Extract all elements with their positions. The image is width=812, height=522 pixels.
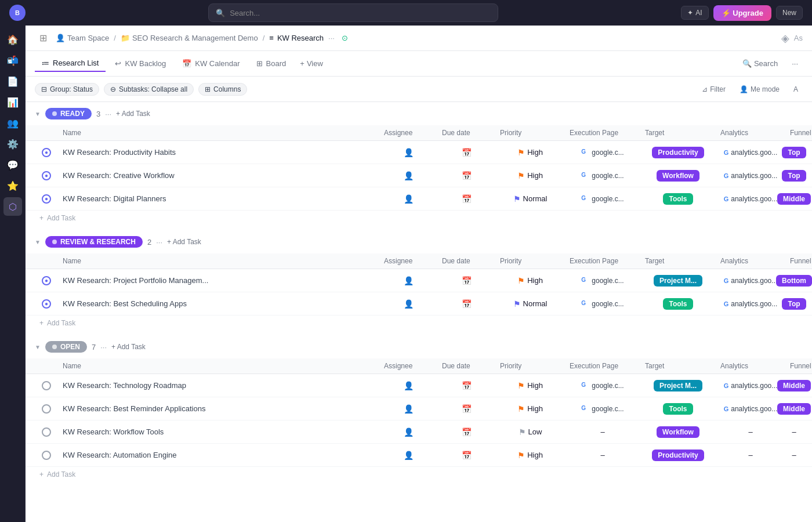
ai-button[interactable]: ✦ AI [681,6,708,20]
execution-page-cell[interactable]: – [565,448,640,462]
task-status-circle[interactable]: ● [42,171,51,180]
task-name-text[interactable]: KW Research: Creative Workflow [63,171,175,180]
task-name-text[interactable]: KW Research: Automation Engine [63,451,177,459]
due-date-cell[interactable]: 📅 [437,146,495,160]
assignee-icon[interactable]: 👤 [404,171,414,180]
global-search-bar[interactable]: 🔍 Search... [208,3,498,22]
add-view-button[interactable]: + + View View [300,59,323,68]
task-name-cell[interactable]: KW Research: Project Portfolio Managem..… [58,271,379,289]
assignee-icon[interactable]: 👤 [404,299,414,309]
task-name-text[interactable]: KW Research: Workflow Tools [63,427,164,436]
group-chevron-review[interactable]: ▼ [35,239,41,245]
analytics-col-cell[interactable]: Ganalytics.goo... [716,193,785,205]
analytics-col-cell[interactable]: Ganalytics.goo... [716,146,785,159]
task-name-text[interactable]: KW Research: Digital Planners [63,194,166,203]
analytics-col-cell[interactable]: – [716,425,785,438]
assignee-cell[interactable]: 👤 [379,297,437,311]
group-more-review[interactable]: ··· [156,238,162,246]
execution-page-cell[interactable]: Ggoogle.c... [565,193,640,205]
analytics-col-cell[interactable]: Ganalytics.goo... [716,379,785,392]
assignee-cell[interactable]: 👤 [379,402,437,416]
breadcrumb-more-button[interactable]: ··· [328,34,335,42]
priority-cell[interactable]: ⚑ Low [495,425,565,439]
task-name-text[interactable]: KW Research: Productivity Habits [63,148,176,157]
assignee-cell[interactable]: 👤 [379,169,437,183]
due-date-cell[interactable]: 📅 [437,425,495,439]
analytics-col-cell[interactable]: Ganalytics.goo... [716,274,785,287]
sidebar-item-favorites[interactable]: ⭐ [3,176,22,195]
due-date-cell[interactable]: 📅 [437,274,495,288]
assignee-icon[interactable]: 👤 [404,381,414,390]
assignee-icon[interactable]: 👤 [404,451,414,460]
execution-page-cell[interactable]: – [565,425,640,438]
task-name-cell[interactable]: KW Research: Workflow Tools [58,423,379,441]
tab-kw-calendar[interactable]: 📅 KW Calendar [175,56,246,71]
due-date-icon[interactable]: 📅 [462,171,472,180]
task-status-circle[interactable] [42,404,51,414]
task-name-cell[interactable]: KW Research: Creative Workflow [58,166,379,184]
due-date-icon[interactable]: 📅 [462,299,472,309]
analytics-col-cell[interactable]: Ganalytics.goo... [716,298,785,310]
task-name-text[interactable]: KW Research: Technology Roadmap [63,381,186,390]
execution-page-cell[interactable]: Ggoogle.c... [565,169,640,182]
filter-button[interactable]: ⊿ Filter [697,83,730,96]
task-status-circle[interactable]: ● [42,148,51,157]
assignee-icon[interactable]: 👤 [404,404,414,414]
task-name-cell[interactable]: KW Research: Digital Planners [58,190,379,208]
group-status-filter[interactable]: ⊟ Group: Status [35,83,99,96]
task-status-circle[interactable] [42,451,51,460]
due-date-cell[interactable]: 📅 [437,297,495,311]
execution-page-cell[interactable]: Ggoogle.c... [565,274,640,287]
group-header-open[interactable]: ▼ OPEN 7 ··· + Add Task [26,335,812,358]
due-date-icon[interactable]: 📅 [462,148,472,157]
task-name-text[interactable]: KW Research: Best Reminder Applications [63,404,205,413]
breadcrumb-workspace[interactable]: 👤 Team Space [56,34,109,42]
group-header-ready[interactable]: ▼ READY 3 ··· + Add Task [26,102,812,125]
analytics-col-cell[interactable]: Ganalytics.goo... [716,169,785,182]
group-header-review[interactable]: ▼ REVIEW & RESEARCH 2 ··· + Add Task [26,230,812,253]
sidebar-item-integrations[interactable]: ⚙️ [3,135,22,153]
task-name-cell[interactable]: KW Research: Automation Engine [58,446,379,464]
workspace-avatar[interactable]: B [9,5,26,21]
analytics-col-cell[interactable]: – [716,448,785,462]
sidebar-item-chat[interactable]: 💬 [3,155,22,174]
sidebar-item-home[interactable]: 🏠 [3,30,22,49]
add-task-row-review[interactable]: + Add Task [26,316,812,331]
execution-page-cell[interactable]: Ggoogle.c... [565,403,640,415]
priority-cell[interactable]: ⚑ High [495,274,565,288]
due-date-cell[interactable]: 📅 [437,379,495,393]
task-name-cell[interactable]: KW Research: Technology Roadmap [58,376,379,394]
priority-cell[interactable]: ⚑ Normal [495,297,565,311]
due-date-icon[interactable]: 📅 [462,404,472,414]
task-name-text[interactable]: KW Research: Best Scheduling Apps [63,299,187,308]
sidebar-item-apps[interactable]: ⬡ [3,197,22,216]
priority-cell[interactable]: ⚑ High [495,379,565,393]
due-date-cell[interactable]: 📅 [437,192,495,206]
task-status-circle[interactable]: ● [42,194,51,204]
task-name-cell[interactable]: KW Research: Best Reminder Applications [58,400,379,418]
due-date-icon[interactable]: 📅 [462,276,472,285]
group-more-open[interactable]: ··· [100,343,107,351]
group-chevron-ready[interactable]: ▼ [35,111,41,117]
tab-more-button[interactable]: ··· [787,57,803,70]
task-status-circle[interactable]: ● [42,276,51,285]
tab-kw-backlog[interactable]: ↩ KW Backlog [108,56,173,71]
group-add-task-open[interactable]: + Add Task [111,343,146,351]
sidebar-item-dashboard[interactable]: 📊 [3,93,22,111]
group-add-task-ready[interactable]: + Add Task [116,110,150,118]
priority-cell[interactable]: ⚑ High [495,169,565,183]
assignee-icon[interactable]: 👤 [404,427,414,437]
due-date-icon[interactable]: 📅 [462,381,472,390]
task-name-cell[interactable]: KW Research: Productivity Habits [58,143,379,161]
execution-page-cell[interactable]: Ggoogle.c... [565,379,640,392]
tab-board[interactable]: ⊞ Board [249,56,293,71]
priority-cell[interactable]: ⚑ High [495,448,565,462]
new-button[interactable]: New [776,6,803,20]
add-task-row-ready[interactable]: + Add Task [26,211,812,226]
add-task-row-open[interactable]: + Add Task [26,467,812,482]
due-date-cell[interactable]: 📅 [437,402,495,416]
task-name-cell[interactable]: KW Research: Best Scheduling Apps [58,295,379,313]
assignee-cell[interactable]: 👤 [379,379,437,393]
assignee-icon[interactable]: 👤 [404,276,414,285]
me-mode-button[interactable]: 👤 Me mode [735,83,784,96]
